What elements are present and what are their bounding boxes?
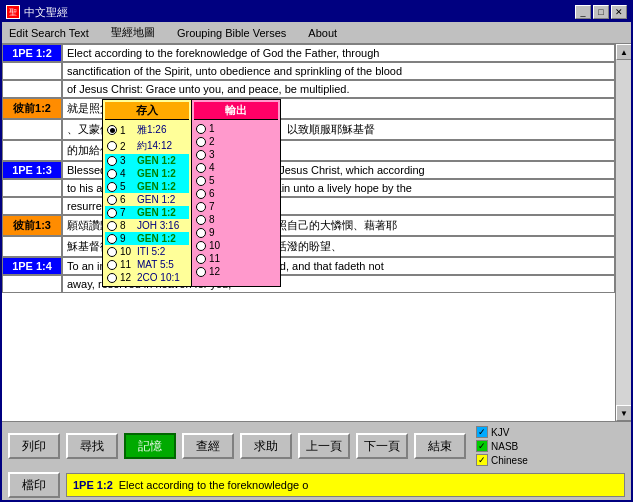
stamp-button[interactable]: 檔印 bbox=[8, 472, 60, 498]
verse-row: 、又蒙他血所灑的人、願你們的恩惠成聖潔、以致順服耶穌基督 bbox=[2, 119, 615, 140]
popup-right-num: 1 bbox=[209, 123, 223, 134]
vertical-scrollbar[interactable]: ▲ ▼ bbox=[615, 44, 631, 421]
popup-right-radio[interactable] bbox=[196, 215, 206, 225]
verse-text: sanctification of the Spirit, unto obedi… bbox=[62, 62, 615, 80]
popup-right-radio[interactable] bbox=[196, 150, 206, 160]
menu-bible-map[interactable]: 聖經地圖 bbox=[108, 24, 158, 41]
popup-right-row[interactable]: 3 bbox=[194, 148, 278, 161]
verse-ref bbox=[2, 140, 62, 161]
popup-left-row[interactable]: 5GEN 1:2 bbox=[105, 180, 189, 193]
popup-verse-ref: GEN 1:2 bbox=[137, 181, 176, 192]
nasb-checkbox[interactable]: ✓ bbox=[476, 440, 488, 452]
close-button[interactable]: 結束 bbox=[414, 433, 466, 459]
search-button[interactable]: 尋找 bbox=[66, 433, 118, 459]
popup-right-row[interactable]: 8 bbox=[194, 213, 278, 226]
verse-ref bbox=[2, 275, 62, 293]
verse-ref: 1PE 1:4 bbox=[2, 257, 62, 275]
popup-right-radio[interactable] bbox=[196, 189, 206, 199]
window-controls: _ □ ✕ bbox=[575, 5, 627, 19]
popup-radio[interactable] bbox=[107, 125, 117, 135]
verse-ref bbox=[2, 179, 62, 197]
popup-left-row[interactable]: 6GEN 1:2 bbox=[105, 193, 189, 206]
popup-left-row[interactable]: 1雅1:26 bbox=[105, 122, 189, 138]
popup-verse-ref: 雅1:26 bbox=[137, 123, 166, 137]
popup-radio[interactable] bbox=[107, 208, 117, 218]
kjv-checkbox[interactable]: ✓ bbox=[476, 426, 488, 438]
popup-radio[interactable] bbox=[107, 247, 117, 257]
popup-right-num: 5 bbox=[209, 175, 223, 186]
scroll-down-button[interactable]: ▼ bbox=[616, 405, 631, 421]
popup-num: 7 bbox=[120, 207, 134, 218]
popup-radio[interactable] bbox=[107, 234, 117, 244]
popup-left-row[interactable]: 11MAT 5:5 bbox=[105, 258, 189, 271]
popup-left-row[interactable]: 10ITI 5:2 bbox=[105, 245, 189, 258]
popup-radio[interactable] bbox=[107, 182, 117, 192]
popup-right-radio[interactable] bbox=[196, 267, 206, 277]
popup-right-num: 6 bbox=[209, 188, 223, 199]
content-area: 1PE 1:2Elect according to the foreknowle… bbox=[2, 44, 615, 421]
popup-right-radio[interactable] bbox=[196, 163, 206, 173]
chinese-checkbox[interactable]: ✓ bbox=[476, 454, 488, 466]
popup-radio[interactable] bbox=[107, 169, 117, 179]
popup-right-row[interactable]: 12 bbox=[194, 265, 278, 278]
scroll-up-button[interactable]: ▲ bbox=[616, 44, 631, 60]
popup-radio[interactable] bbox=[107, 141, 117, 151]
popup-right-radio[interactable] bbox=[196, 228, 206, 238]
verse-text: of Jesus Christ: Grace unto you, and pea… bbox=[62, 80, 615, 98]
maximize-button[interactable]: □ bbox=[593, 5, 609, 19]
popup-left-row[interactable]: 3GEN 1:2 bbox=[105, 154, 189, 167]
next-button[interactable]: 下一頁 bbox=[356, 433, 408, 459]
popup-right-radio[interactable] bbox=[196, 254, 206, 264]
popup-radio[interactable] bbox=[107, 273, 117, 283]
popup-verse-ref: 2CO 10:1 bbox=[137, 272, 180, 283]
main-window: 聖 中文聖經 _ □ ✕ Edit Search Text 聖經地圖 Group… bbox=[0, 0, 633, 502]
popup-right-radio[interactable] bbox=[196, 176, 206, 186]
popup-left-row[interactable]: 122CO 10:1 bbox=[105, 271, 189, 284]
popup-radio[interactable] bbox=[107, 156, 117, 166]
popup-left-row[interactable]: 4GEN 1:2 bbox=[105, 167, 189, 180]
bible-button[interactable]: 查經 bbox=[182, 433, 234, 459]
popup-right-row[interactable]: 9 bbox=[194, 226, 278, 239]
status-ref: 1PE 1:2 bbox=[73, 479, 113, 491]
popup-right-radio[interactable] bbox=[196, 202, 206, 212]
popup-right-num: 10 bbox=[209, 240, 223, 251]
popup-right-row[interactable]: 1 bbox=[194, 122, 278, 135]
popup-right-radio[interactable] bbox=[196, 137, 206, 147]
scroll-track[interactable] bbox=[616, 60, 631, 405]
popup-left-row[interactable]: 8JOH 3:16 bbox=[105, 219, 189, 232]
popup-right-radio[interactable] bbox=[196, 124, 206, 134]
kjv-checkbox-row: ✓ KJV bbox=[476, 426, 528, 438]
popup-output: 輸出 123456789101112 bbox=[191, 99, 281, 287]
bottom-toolbar: 列印 尋找 記憶 查經 求助 上一頁 下一頁 結束 ✓ KJV ✓ NASB ✓… bbox=[2, 421, 631, 500]
status-text: Elect according to the foreknowledge o bbox=[119, 479, 309, 491]
popup-left-row[interactable]: 2約14:12 bbox=[105, 138, 189, 154]
popup-num: 5 bbox=[120, 181, 134, 192]
popup-right-row[interactable]: 7 bbox=[194, 200, 278, 213]
popup-radio[interactable] bbox=[107, 260, 117, 270]
verse-ref: 彼前1:2 bbox=[2, 98, 62, 119]
popup-radio[interactable] bbox=[107, 221, 117, 231]
prev-button[interactable]: 上一頁 bbox=[298, 433, 350, 459]
popup-left-row[interactable]: 9GEN 1:2 bbox=[105, 232, 189, 245]
menu-bar: Edit Search Text 聖經地圖 Grouping Bible Ver… bbox=[2, 22, 631, 44]
help-button[interactable]: 求助 bbox=[240, 433, 292, 459]
verses-container: 1PE 1:2Elect according to the foreknowle… bbox=[2, 44, 615, 293]
popup-right-row[interactable]: 2 bbox=[194, 135, 278, 148]
popup-right-row[interactable]: 10 bbox=[194, 239, 278, 252]
popup-radio[interactable] bbox=[107, 195, 117, 205]
menu-edit-search[interactable]: Edit Search Text bbox=[6, 26, 92, 40]
popup-right-num: 7 bbox=[209, 201, 223, 212]
popup-right-row[interactable]: 11 bbox=[194, 252, 278, 265]
popup-left-row[interactable]: 7GEN 1:2 bbox=[105, 206, 189, 219]
popup-right-radio[interactable] bbox=[196, 241, 206, 251]
minimize-button[interactable]: _ bbox=[575, 5, 591, 19]
menu-about[interactable]: About bbox=[305, 26, 340, 40]
popup-num: 9 bbox=[120, 233, 134, 244]
print-button[interactable]: 列印 bbox=[8, 433, 60, 459]
popup-right-row[interactable]: 5 bbox=[194, 174, 278, 187]
popup-right-row[interactable]: 6 bbox=[194, 187, 278, 200]
close-window-button[interactable]: ✕ bbox=[611, 5, 627, 19]
memory-button[interactable]: 記憶 bbox=[124, 433, 176, 459]
popup-right-row[interactable]: 4 bbox=[194, 161, 278, 174]
menu-grouping[interactable]: Grouping Bible Verses bbox=[174, 26, 289, 40]
